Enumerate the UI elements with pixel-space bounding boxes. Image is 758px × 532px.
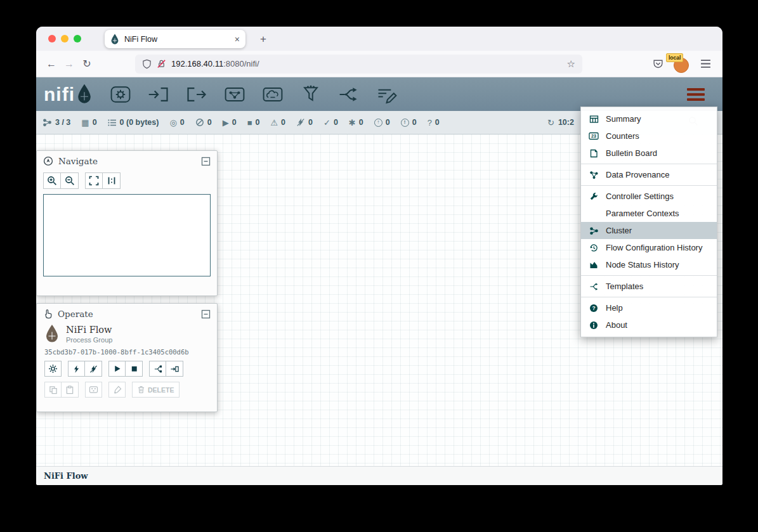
transmitting-count: 0 — [180, 118, 185, 127]
disabled-icon — [296, 118, 305, 127]
processor-component[interactable] — [109, 84, 132, 105]
app-menu-hamburger-icon[interactable] — [700, 59, 711, 68]
output-port-component[interactable] — [185, 84, 208, 105]
funnel-component[interactable] — [299, 84, 322, 105]
selected-flow-id: 35cbd3b7-017b-1000-8bff-1c3405c00d6b — [37, 344, 217, 356]
navigate-palette: Navigate — [36, 150, 218, 296]
menu-divider — [581, 297, 717, 297]
copy-button[interactable] — [44, 382, 62, 398]
menu-item-data-provenance[interactable]: Data Provenance — [581, 166, 717, 183]
nifi-logo-text: nifi — [44, 85, 75, 104]
menu-item-controller-settings[interactable]: Controller Settings — [581, 188, 717, 205]
threads-icon: ▦ — [81, 119, 89, 127]
zoom-actual-size-button[interactable] — [103, 172, 121, 189]
navigate-title: Navigate — [58, 156, 98, 166]
delete-label: DELETE — [148, 386, 174, 394]
bookmark-star-icon[interactable]: ☆ — [567, 58, 575, 70]
tracking-protection-shield-icon[interactable] — [142, 59, 152, 69]
operate-buttons-row-1 — [37, 356, 217, 377]
label-component[interactable] — [376, 84, 398, 105]
fill-color-button[interactable] — [108, 382, 126, 398]
back-button[interactable]: ← — [42, 55, 60, 73]
zoom-in-button[interactable] — [43, 172, 61, 189]
pocket-icon[interactable] — [653, 58, 663, 69]
insecure-lock-icon[interactable] — [157, 59, 166, 68]
forward-button[interactable]: → — [60, 55, 78, 73]
running-stat: ▶ 0 — [223, 118, 237, 127]
url-host: 192.168.40.11 — [171, 59, 223, 68]
connected-nodes-stat: 3 / 3 — [42, 118, 70, 127]
history-icon — [588, 243, 599, 252]
not-transmitting-icon — [195, 118, 204, 127]
menu-item-cluster[interactable]: Cluster — [581, 222, 717, 239]
menu-item-parameter-contexts[interactable]: Parameter Contexts — [581, 205, 717, 222]
collapse-operate-button[interactable] — [201, 309, 211, 319]
nifi-logo: nifi — [44, 84, 93, 105]
minimize-window-button[interactable] — [61, 35, 69, 42]
menu-item-bulletin-board[interactable]: Bulletin Board — [581, 145, 717, 162]
process-group-component[interactable] — [223, 84, 246, 105]
browser-window: NiFi Flow × + ← → ↻ 192.168.40.11:8080/n… — [36, 27, 722, 485]
group-button[interactable] — [85, 382, 102, 398]
template-component[interactable] — [337, 84, 360, 105]
locally-modified-stat: ✱ 0 — [349, 118, 363, 127]
active-threads-stat: ▦ 0 — [81, 118, 96, 127]
birdseye-minimap[interactable] — [43, 194, 211, 276]
url-bar[interactable]: 192.168.40.11:8080/nifi/ ☆ — [135, 55, 582, 74]
connected-nodes-count: 3 / 3 — [55, 118, 70, 127]
nifi-global-menu-button[interactable] — [687, 88, 705, 101]
locally-modified-stale-count: 0 — [412, 118, 417, 127]
close-window-button[interactable] — [48, 35, 56, 42]
refresh-icon[interactable]: ↻ — [547, 119, 554, 127]
create-template-button[interactable] — [149, 361, 166, 377]
disable-button[interactable] — [85, 361, 102, 377]
maximize-window-button[interactable] — [74, 35, 81, 42]
breadcrumb[interactable]: NiFi Flow — [44, 471, 88, 481]
browser-tab[interactable]: NiFi Flow × — [105, 30, 245, 48]
sync-failure-icon: ? — [428, 119, 432, 127]
delete-button[interactable]: DELETE — [132, 382, 180, 398]
menu-item-templates[interactable]: Templates — [581, 278, 717, 295]
disabled-stat: 0 — [296, 118, 313, 127]
menu-item-flow-configuration-history[interactable]: Flow Configuration History — [581, 239, 717, 256]
tab-close-icon[interactable]: × — [235, 35, 240, 44]
menu-divider — [581, 185, 717, 186]
input-port-component[interactable] — [147, 84, 170, 105]
counters-icon: 23 — [588, 132, 599, 140]
active-threads-count: 0 — [93, 118, 97, 127]
configuration-button[interactable] — [44, 361, 62, 377]
stopped-count: 0 — [255, 118, 259, 127]
url-path: :8080/nifi/ — [223, 59, 259, 68]
profile-badge: local — [666, 53, 683, 62]
stop-button[interactable] — [126, 361, 143, 377]
profile-avatar[interactable]: local — [674, 56, 690, 72]
collapse-navigate-button[interactable] — [201, 157, 211, 166]
menu-item-about[interactable]: About — [581, 316, 717, 334]
menu-item-counters[interactable]: 23 Counters — [581, 127, 717, 145]
sync-failure-stat: ? 0 — [428, 118, 440, 127]
menu-item-help[interactable]: ? Help — [581, 299, 717, 316]
invalid-count: 0 — [281, 118, 285, 127]
new-tab-button[interactable]: + — [256, 32, 271, 47]
locally-modified-icon: ✱ — [349, 119, 356, 127]
menu-item-summary[interactable]: Summary — [581, 110, 717, 127]
zoom-out-button[interactable] — [61, 172, 79, 189]
menu-item-node-status-history[interactable]: Node Status History — [581, 256, 717, 273]
queued-icon — [108, 119, 117, 127]
enable-button[interactable] — [68, 361, 85, 377]
reload-button[interactable]: ↻ — [78, 55, 96, 73]
window-controls — [48, 35, 81, 42]
upload-template-button[interactable] — [166, 361, 183, 377]
not-transmitting-count: 0 — [207, 118, 212, 127]
navigate-header: Navigate — [37, 151, 217, 171]
remote-process-group-component[interactable] — [261, 84, 284, 105]
zoom-fit-button[interactable] — [85, 172, 103, 189]
cluster-icon — [42, 118, 52, 127]
nifi-logo-drop-icon — [76, 84, 93, 105]
refresh-status[interactable]: ↻ 10:2 — [547, 111, 574, 134]
paste-button[interactable] — [62, 382, 79, 398]
start-button[interactable] — [108, 361, 126, 377]
invalid-stat: ⚠ 0 — [270, 118, 285, 127]
locally-modified-stale-stat: ! 0 — [401, 118, 417, 127]
trash-icon — [138, 386, 145, 394]
